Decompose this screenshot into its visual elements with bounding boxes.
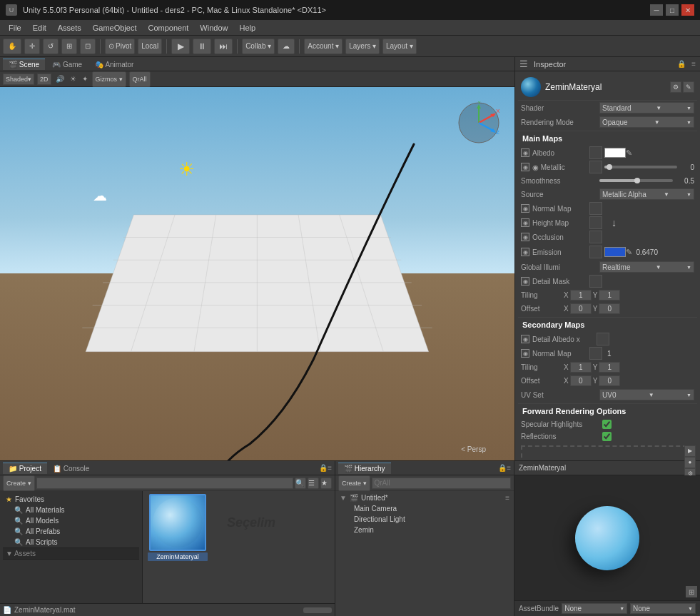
scene-name[interactable]: Untitled* [361, 494, 388, 502]
create-button[interactable]: Create ▾ [3, 475, 35, 491]
menu-component[interactable]: Component [142, 22, 194, 34]
height-map-slot[interactable] [589, 216, 602, 229]
layout-dropdown[interactable]: Layout ▾ [382, 39, 417, 54]
sec-offset-x-input[interactable] [570, 375, 592, 386]
offset-y-input[interactable] [599, 303, 620, 314]
sec-normal-map-checkbox[interactable]: ◉ [521, 349, 529, 358]
normal-map-checkbox[interactable]: ◉ [521, 204, 529, 213]
collab-button[interactable]: Collab ▾ [242, 39, 275, 54]
assetbundle-dropdown-1[interactable]: None [562, 603, 627, 614]
pivot-dropdown[interactable]: ⊙ Pivot [105, 39, 135, 54]
search-input[interactable] [36, 478, 293, 489]
menu-file[interactable]: File [3, 22, 27, 34]
global-illum-dropdown[interactable]: Realtime ▼ [599, 261, 694, 273]
occlusion-checkbox[interactable]: ◉ [521, 233, 529, 241]
step-button[interactable]: ⏭ [214, 39, 233, 54]
project-menu-icon[interactable]: ≡ [328, 464, 332, 472]
emission-map-slot[interactable] [589, 246, 602, 258]
detail-mask-checkbox[interactable]: ◉ [521, 277, 529, 286]
star-icon-button[interactable]: ★ [320, 478, 332, 489]
menu-window[interactable]: Window [194, 22, 233, 34]
metallic-map-slot[interactable] [589, 161, 602, 173]
menu-help[interactable]: Help [233, 22, 261, 34]
hand-tool-button[interactable]: ✋ [3, 39, 21, 54]
2d-toggle[interactable]: 2D [37, 74, 51, 85]
menu-assets[interactable]: Assets [52, 22, 87, 34]
assets-tree-section[interactable]: ▼ Assets [3, 547, 139, 560]
sec-tiling-y-input[interactable] [599, 362, 620, 373]
emission-picker-button[interactable]: ✎ [626, 248, 632, 257]
rect-tool-button[interactable]: ⊡ [80, 39, 96, 54]
minimize-button[interactable]: ─ [650, 4, 663, 16]
all-models-tree-item[interactable]: 🔍 All Models [3, 515, 139, 526]
uv-set-dropdown[interactable]: UV0 ▼ [599, 389, 694, 400]
close-button[interactable]: ✕ [681, 4, 694, 16]
hier-main-camera[interactable]: Main Camera [337, 503, 512, 514]
metallic-slider-thumb[interactable] [607, 164, 612, 170]
move-tool-button[interactable]: ✛ [24, 39, 40, 54]
tab-scene[interactable]: 🎬 Scene [3, 59, 45, 70]
gizmos-dropdown[interactable]: Gizmos ▾ [92, 71, 126, 87]
detail-mask-slot[interactable] [589, 275, 602, 288]
hier-zemin[interactable]: Zemin [337, 525, 512, 535]
hier-options-icon[interactable]: ≡ [505, 494, 509, 502]
emission-color-box[interactable] [604, 247, 626, 257]
filter-icon-button[interactable]: ☰ [308, 478, 319, 489]
normal-map-slot[interactable] [589, 202, 602, 215]
cloud-button[interactable]: ☁ [278, 39, 295, 54]
account-dropdown[interactable]: Account ▾ [304, 39, 343, 54]
local-dropdown[interactable]: Local [138, 39, 162, 54]
rendering-mode-dropdown[interactable]: Opaque ▼ [599, 116, 694, 128]
source-dropdown[interactable]: Metallic Alpha ▼ [599, 188, 694, 200]
smoothness-slider-track[interactable] [599, 179, 673, 182]
shader-dropdown[interactable]: Standard ▼ [599, 102, 694, 113]
detail-albedo-slot[interactable] [597, 333, 609, 345]
tiling-y-input[interactable] [599, 290, 620, 301]
maximize-button[interactable]: □ [666, 4, 679, 16]
sec-offset-y-input[interactable] [599, 375, 620, 386]
menu-gameobject[interactable]: GameObject [87, 22, 143, 34]
lock-icon[interactable]: 🔒 [677, 60, 686, 68]
play-button[interactable]: ▶ [171, 39, 190, 54]
hierarchy-lock-icon[interactable]: 🔒 [498, 464, 507, 472]
tab-console[interactable]: 📋 Console [47, 463, 95, 474]
reflections-checkbox[interactable] [602, 432, 612, 441]
height-map-checkbox[interactable]: ◉ [521, 218, 529, 227]
preview-zoom-button[interactable]: ⊞ [686, 586, 697, 597]
metallic-slider-track[interactable] [604, 166, 677, 168]
albedo-color-box[interactable] [604, 148, 626, 158]
sec-tiling-x-input[interactable] [570, 362, 592, 373]
tab-game[interactable]: 🎮 Game [46, 59, 88, 70]
metallic-checkbox[interactable]: ◉ [521, 163, 529, 171]
offset-x-input[interactable] [570, 303, 592, 314]
assetbundle-dropdown-2[interactable]: None [630, 603, 696, 614]
emission-checkbox[interactable]: ◉ [521, 248, 529, 256]
asset-zemin-materyal[interactable]: ZeminMateryal [146, 494, 210, 561]
search-icon-button[interactable]: 🔍 [295, 478, 306, 489]
tab-project[interactable]: 📁 Project [3, 463, 47, 474]
menu-edit[interactable]: Edit [27, 22, 52, 34]
layers-dropdown[interactable]: Layers ▾ [345, 39, 380, 54]
all-scripts-tree-item[interactable]: 🔍 All Scripts [3, 537, 139, 547]
tab-hierarchy[interactable]: 🎬 Hierarchy [338, 463, 391, 474]
albedo-checkbox[interactable]: ◉ [521, 148, 529, 157]
smoothness-thumb[interactable] [634, 178, 640, 183]
albedo-map-slot[interactable] [589, 146, 602, 159]
tiling-x-input[interactable] [570, 290, 592, 301]
material-edit-button[interactable]: ✎ [683, 81, 694, 93]
material-settings-button[interactable]: ⚙ [670, 81, 681, 93]
rotate-tool-button[interactable]: ↺ [43, 39, 59, 54]
detail-albedo-checkbox[interactable]: ◉ [521, 335, 529, 343]
hierarchy-menu-icon[interactable]: ≡ [507, 464, 511, 472]
scene-content[interactable]: ☀ ☁ X [0, 87, 514, 460]
occlusion-map-slot[interactable] [589, 231, 602, 243]
all-dropdown[interactable]: QrAll [129, 71, 151, 87]
all-prefabs-tree-item[interactable]: 🔍 All Prefabs [3, 526, 139, 537]
tab-animator[interactable]: 🎭 Animator [89, 59, 139, 70]
hier-directional-light[interactable]: Directional Light [337, 514, 512, 525]
preview-sphere-button[interactable]: ● [684, 457, 696, 468]
spec-highlights-checkbox[interactable] [602, 420, 612, 429]
all-materials-tree-item[interactable]: 🔍 All Materials [3, 505, 139, 515]
hier-create-button[interactable]: Create ▾ [338, 475, 370, 491]
horizontal-scrollbar[interactable] [303, 607, 332, 613]
